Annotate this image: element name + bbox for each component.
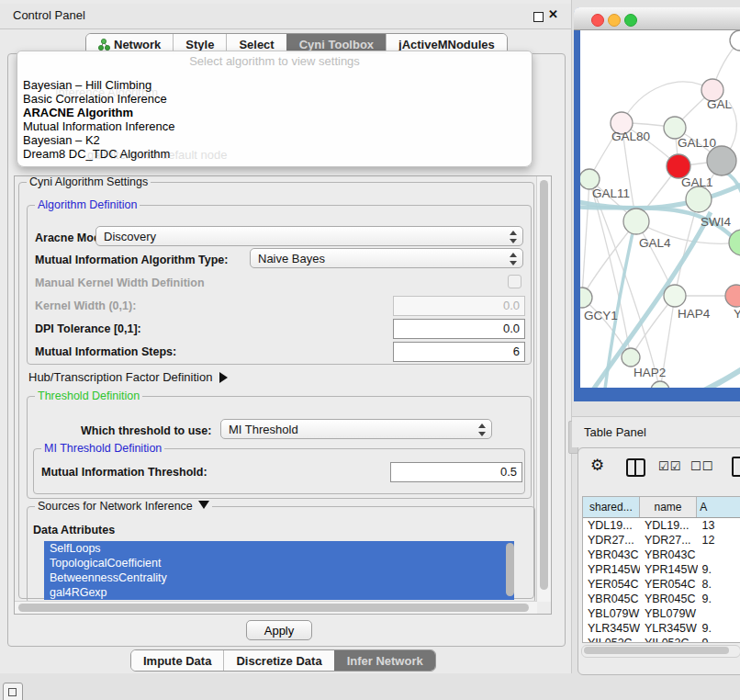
network-node-label: GCY1 <box>584 309 618 322</box>
column-header[interactable]: A <box>697 497 740 517</box>
float-panel-icon[interactable] <box>533 12 544 22</box>
list-scrollbar-thumb[interactable] <box>506 543 514 596</box>
network-canvas[interactable]: GALGAL80GAL10GAL1GAL11SWI4GAL4GCY1HAP4YH… <box>580 30 740 388</box>
table-row[interactable]: YPR145WYPR145W9. <box>583 562 740 577</box>
select-all-checkboxes-icon[interactable]: ☑☑ <box>658 459 681 473</box>
table-row[interactable]: YBR043CYBR043C <box>583 548 740 562</box>
data-attribute-item[interactable]: BetweennessCentrality <box>44 570 514 585</box>
deselect-all-checkboxes-icon[interactable]: ☐☐ <box>690 459 713 473</box>
network-node-label: SWI4 <box>701 215 731 229</box>
network-node-y[interactable] <box>725 285 740 307</box>
control-panel-title: Control Panel <box>13 8 85 22</box>
mi-type-value: Naive Bayes <box>258 252 325 265</box>
cyni-algorithm-settings-group: Cyni Algorithm Settings Algorithm Defini… <box>18 182 534 599</box>
network-node-gal4[interactable] <box>623 209 649 234</box>
network-node-label: GAL80 <box>611 130 650 143</box>
table-cell: 8. <box>698 577 740 592</box>
data-attributes-label: Data Attributes <box>33 524 115 536</box>
algorithm-option[interactable]: Basic Correlation Inference <box>17 92 532 106</box>
data-attribute-item[interactable]: SelfLoops <box>44 541 514 556</box>
algorithm-option-list: Bayesian – Hill ClimbingBasic Correlatio… <box>17 78 532 161</box>
hub-definition-toggle[interactable]: Hub/Transcription Factor Definition <box>28 370 228 384</box>
column-header[interactable]: shared... <box>583 497 640 517</box>
network-edge[interactable] <box>683 365 740 388</box>
mi-threshold-field[interactable]: 0.5 <box>390 462 522 482</box>
tab-label: Discretize Data <box>236 654 321 668</box>
aracne-mode-value: Discovery <box>104 230 156 243</box>
expanded-arrow-icon <box>198 501 209 509</box>
table-row[interactable]: YER054CYER054C8. <box>583 577 740 592</box>
tab-label: Cyni Toolbox <box>299 38 374 51</box>
tab-infer-network[interactable]: Infer Network <box>334 650 435 671</box>
table-row[interactable]: YDL19...YDL19...13 <box>583 518 740 533</box>
settings-horizontal-scrollbar[interactable] <box>15 601 537 614</box>
table-cell: YPR145W <box>640 562 698 577</box>
which-threshold-label: Which threshold to use: <box>81 424 211 437</box>
table-row[interactable]: YBL079WYBL079W <box>583 606 740 621</box>
tab-label: Select <box>239 38 274 51</box>
tab-label: Style <box>185 38 214 51</box>
close-window-icon[interactable] <box>591 14 604 27</box>
mi-threshold-group: MI Threshold Definition Mutual Informati… <box>33 448 525 494</box>
tab-impute-data[interactable]: Impute Data <box>131 650 223 671</box>
column-header[interactable]: name <box>640 497 698 517</box>
tab-label: Network <box>114 38 161 51</box>
scrollbar-thumb[interactable] <box>584 647 729 654</box>
table-cell <box>698 548 740 562</box>
scrollbar-thumb[interactable] <box>540 180 548 590</box>
table-cell: YPR145W <box>583 562 640 577</box>
zoom-window-icon[interactable] <box>624 14 637 27</box>
table-cell: YBL079W <box>640 606 698 621</box>
data-attributes-list[interactable]: SelfLoopsTopologicalCoefficientBetweenne… <box>44 541 514 600</box>
manual-kernel-label: Manual Kernel Width Definition <box>35 277 205 289</box>
data-attribute-item[interactable]: gal4RGexp <box>44 585 514 600</box>
algorithm-option[interactable]: Dream8 DC_TDC Algorithm <box>17 147 532 161</box>
new-table-icon[interactable] <box>732 457 740 477</box>
aracne-mode-select[interactable]: Discovery <box>95 226 523 246</box>
table-row[interactable]: YBR045CYBR045C9. <box>583 592 740 606</box>
network-icon <box>98 39 110 51</box>
bottom-tab-bar: Impute DataDiscretize DataInfer Network <box>130 649 436 672</box>
table-row[interactable]: YIL052CYIL052C9 <box>583 636 740 643</box>
algorithm-option[interactable]: Bayesian – K2 <box>17 133 532 147</box>
table-panel-titlebar: Table Panel <box>572 416 740 447</box>
algorithm-option[interactable]: Bayesian – Hill Climbing <box>17 78 532 92</box>
mi-steps-label: Mutual Information Steps: <box>35 345 176 358</box>
network-node-gal1[interactable] <box>707 146 736 175</box>
data-attribute-item[interactable]: TopologicalCoefficient <box>44 556 514 570</box>
network-node-label: GAL10 <box>678 136 716 150</box>
sources-group-title[interactable]: Sources for Network Inference <box>35 500 212 513</box>
dpi-tolerance-field[interactable]: 0.0 <box>393 319 525 339</box>
table-row[interactable]: YDR27...YDR27...12 <box>583 533 740 548</box>
settings-gear-icon[interactable]: ⚙ <box>590 456 604 475</box>
algorithm-option[interactable]: Mutual Information Inference <box>17 119 532 133</box>
network-window-titlebar[interactable] <box>574 7 740 30</box>
which-threshold-select[interactable]: MI Threshold <box>220 419 492 439</box>
network-node-swi4[interactable] <box>686 186 712 212</box>
network-node[interactable] <box>730 30 740 51</box>
scrollbar-thumb[interactable] <box>18 604 529 612</box>
algorithm-option[interactable]: ARACNE Algorithm <box>17 106 532 119</box>
tab-discretize-data[interactable]: Discretize Data <box>223 650 333 671</box>
network-node-hap2[interactable] <box>622 348 640 367</box>
table-cell: 9. <box>698 621 740 636</box>
manual-kernel-checkbox[interactable] <box>508 275 521 288</box>
mi-steps-field[interactable]: 6 <box>393 342 525 362</box>
stepper-arrows-icon <box>477 423 486 436</box>
node-table[interactable]: shared...nameA YDL19...YDL19...13YDR27..… <box>582 496 740 643</box>
table-cell: YLR345W <box>583 621 640 636</box>
settings-vertical-scrollbar[interactable] <box>536 176 551 602</box>
network-node[interactable] <box>651 381 669 388</box>
close-panel-icon[interactable]: ✕ <box>548 7 558 21</box>
table-horizontal-scrollbar[interactable] <box>581 645 740 658</box>
kernel-width-field[interactable]: 0.0 <box>393 296 525 316</box>
minimize-window-icon[interactable] <box>608 14 621 27</box>
table-cell: YDR27... <box>640 533 698 548</box>
apply-button[interactable]: Apply <box>246 620 312 640</box>
network-edge[interactable] <box>582 179 589 298</box>
minimized-panel-button[interactable] <box>3 683 23 700</box>
split-view-icon[interactable] <box>626 458 645 477</box>
mi-algorithm-type-select[interactable]: Naive Bayes <box>250 248 523 268</box>
network-node-hap4[interactable] <box>664 285 686 307</box>
table-row[interactable]: YLR345WYLR345W9. <box>583 621 740 636</box>
